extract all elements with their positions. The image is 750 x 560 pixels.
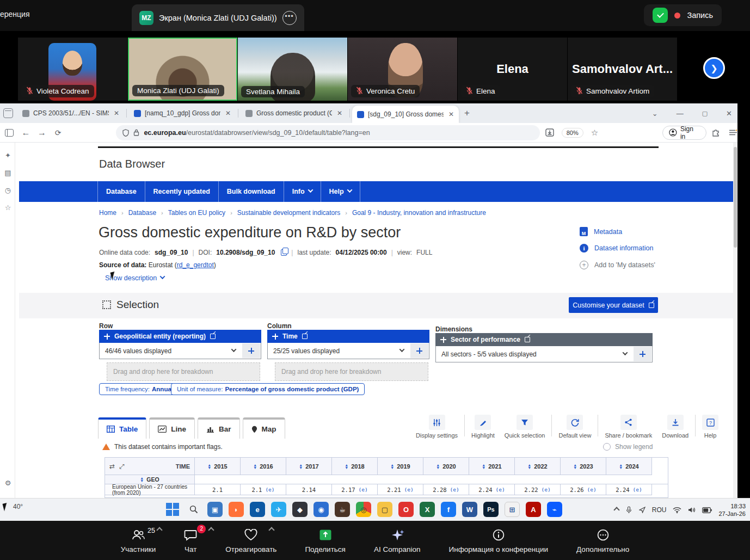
chrome-icon[interactable]: ◎ xyxy=(356,502,371,517)
browser-tab[interactable]: CPS 2003/51/.../EN - SIMS-2-0✕ xyxy=(17,106,124,121)
view-tab-line[interactable]: Line xyxy=(149,417,195,439)
tab-close-icon[interactable]: ✕ xyxy=(448,110,454,118)
participant-tile[interactable]: Monica Zlati (UDJ Galati) xyxy=(128,38,237,101)
shared-screen-tab[interactable]: MZ Экран (Monica Zlati (UDJ Galati)) ••• xyxy=(132,4,304,31)
next-participants-button[interactable]: ❯ xyxy=(703,57,725,79)
drag-handle-button[interactable] xyxy=(242,343,260,358)
telegram-icon[interactable]: ✈ xyxy=(271,502,286,517)
word-icon[interactable]: W xyxy=(462,502,477,517)
zoom-button-more[interactable]: Дополнительно xyxy=(576,528,629,553)
metadata-link[interactable]: M Metadata xyxy=(580,227,705,236)
sort-icon[interactable]: ▲▼ xyxy=(253,464,257,469)
year-column-header[interactable]: ▲▼2023 xyxy=(561,458,606,475)
facebook-icon[interactable]: f xyxy=(441,502,456,517)
year-column-header[interactable]: ▲▼2020 xyxy=(423,458,469,475)
participant-tile[interactable]: Violeta Codrean xyxy=(18,38,127,101)
dataset-information-link[interactable]: i Dataset information xyxy=(580,244,705,253)
acrobat-icon[interactable]: A xyxy=(526,502,541,517)
drag-handle-button[interactable] xyxy=(410,343,428,358)
year-column-header[interactable]: ▲▼2017 xyxy=(286,458,332,475)
minimize-button[interactable]: — xyxy=(677,109,684,118)
sort-icon[interactable]: ▲▼ xyxy=(345,464,348,469)
copilot-icon[interactable]: ✦ xyxy=(4,151,12,159)
edit-icon[interactable] xyxy=(210,334,216,339)
file-explorer-icon[interactable]: ▢ xyxy=(377,502,392,517)
speaker-icon[interactable] xyxy=(688,507,696,513)
search-icon[interactable] xyxy=(186,502,201,517)
participant-tile[interactable]: ElenaElena xyxy=(458,38,567,101)
browser-tab[interactable]: [namq_10_gdp] Gross domestic✕ xyxy=(129,106,236,121)
sort-icon[interactable]: ▲▼ xyxy=(207,464,211,469)
toolbar-highlight-button[interactable]: Highlight xyxy=(466,415,500,439)
sort-icon[interactable]: ▲▼ xyxy=(390,464,394,469)
tab-close-icon[interactable]: ✕ xyxy=(114,109,119,117)
breadcrumb-link[interactable]: Database xyxy=(128,209,156,217)
mic-tray-icon[interactable] xyxy=(625,506,632,514)
weather-widget[interactable]: 40° xyxy=(3,503,23,510)
refresh-button[interactable]: ⟳ xyxy=(50,128,66,137)
excel-icon[interactable]: X xyxy=(420,502,435,517)
caret-up-icon[interactable] xyxy=(156,527,162,533)
toolbar-help-button[interactable]: ?Help xyxy=(697,415,723,439)
value-cell[interactable]: 2.1 xyxy=(195,484,241,495)
opera-icon[interactable]: O xyxy=(398,502,414,517)
geo-cell[interactable]: European Union - 27 countries (from 2020… xyxy=(105,484,195,495)
row-values-dropdown[interactable]: 46/46 values displayed xyxy=(99,343,261,359)
browser-tab[interactable]: Gross domestic product (GDP)✕ xyxy=(241,106,347,121)
forward-button[interactable]: → xyxy=(34,128,50,138)
year-column-header[interactable]: ▲▼2024 xyxy=(606,458,652,475)
settings-gear-icon[interactable]: ⚙ xyxy=(4,479,12,487)
clock[interactable]: 18:33 27-Jan-26 xyxy=(718,502,746,518)
edit-icon[interactable] xyxy=(302,334,308,339)
nav-item-bulk-download[interactable]: Bulk download xyxy=(219,181,284,202)
year-column-header[interactable]: ▲▼2022 xyxy=(515,458,561,475)
row-drop-zone[interactable]: Drag and drop here for breakdown xyxy=(107,362,260,381)
windows-start-icon[interactable] xyxy=(165,502,180,517)
source-dataset-link[interactable]: rd_e_gerdtot xyxy=(177,261,214,269)
tab-actions-icon[interactable] xyxy=(3,108,13,118)
photos-icon[interactable]: ▣ xyxy=(207,502,223,517)
flag-estimated[interactable]: (e) xyxy=(359,487,368,493)
toolbar-default-view-button[interactable]: Default view xyxy=(554,415,596,439)
breadcrumb-link[interactable]: Goal 9 - Industry, innovation and infras… xyxy=(352,209,486,217)
zoom-button-share-screen[interactable]: Поделиться xyxy=(305,528,346,553)
caret-up-icon[interactable] xyxy=(208,527,214,533)
security-shield-icon[interactable] xyxy=(653,8,668,23)
sidebar-toggle-icon[interactable] xyxy=(5,129,14,137)
address-bar[interactable]: ec.europa.eu/eurostat/databrowser/view/s… xyxy=(116,125,539,140)
settings-menu-icon[interactable] xyxy=(729,129,737,136)
value-cell[interactable]: 2.26(e) xyxy=(561,484,606,495)
fullscreen-icon[interactable]: ⤢ xyxy=(119,463,125,470)
location-tray-icon[interactable] xyxy=(639,507,646,513)
flag-estimated[interactable]: (e) xyxy=(265,487,274,493)
sort-icon[interactable]: ▲▼ xyxy=(573,464,577,469)
sort-icon[interactable]: ▲▼ xyxy=(619,464,623,469)
extensions-puzzle-icon[interactable] xyxy=(712,128,720,137)
year-column-header[interactable]: ▲▼2016 xyxy=(241,458,286,475)
sector-values-dropdown[interactable]: All sectors - 5/5 values displayed xyxy=(435,346,653,362)
sign-in-button[interactable]: Sign in xyxy=(662,126,706,140)
app-coffee-icon[interactable]: ☕ xyxy=(335,502,350,517)
caret-up-icon[interactable] xyxy=(269,527,275,533)
breadcrumb-link[interactable]: Home xyxy=(99,209,116,217)
battery-icon[interactable] xyxy=(702,507,712,513)
firefox-icon[interactable]: ◗ xyxy=(229,502,244,517)
sort-icon[interactable]: ▲▼ xyxy=(436,464,440,469)
language-indicator[interactable]: ROU xyxy=(652,506,667,514)
column-dimension-header[interactable]: Time xyxy=(267,330,429,343)
add-to-my-datasets-link[interactable]: + Add to 'My datasets' xyxy=(580,261,705,269)
browser-tab[interactable]: [sdg_09_10] Gross domestic exp✕ xyxy=(352,106,459,123)
time-frequency-chip[interactable]: Time frequency:Annual xyxy=(99,383,179,395)
geo-axis-header[interactable]: ▲▼GEO xyxy=(105,475,195,484)
page-scrollbar[interactable] xyxy=(733,143,737,498)
nav-item-recently-updated[interactable]: Recently updated xyxy=(145,181,219,202)
value-cell[interactable]: 2.24(e) xyxy=(606,484,652,495)
sort-icon[interactable]: ▲▼ xyxy=(140,477,144,482)
column-values-dropdown[interactable]: 25/25 values displayed xyxy=(267,343,429,359)
customise-dataset-button[interactable]: Customise your dataset xyxy=(569,297,658,313)
unit-of-measure-chip[interactable]: Unit of measure:Percentage of gross dome… xyxy=(171,383,365,395)
favorites-star-icon[interactable]: ☆ xyxy=(4,204,12,212)
zoom-button-ai-companion[interactable]: AI Companion xyxy=(374,528,421,553)
edge-icon[interactable]: e xyxy=(250,502,265,517)
sector-dimension-header[interactable]: Sector of performance xyxy=(435,333,653,346)
